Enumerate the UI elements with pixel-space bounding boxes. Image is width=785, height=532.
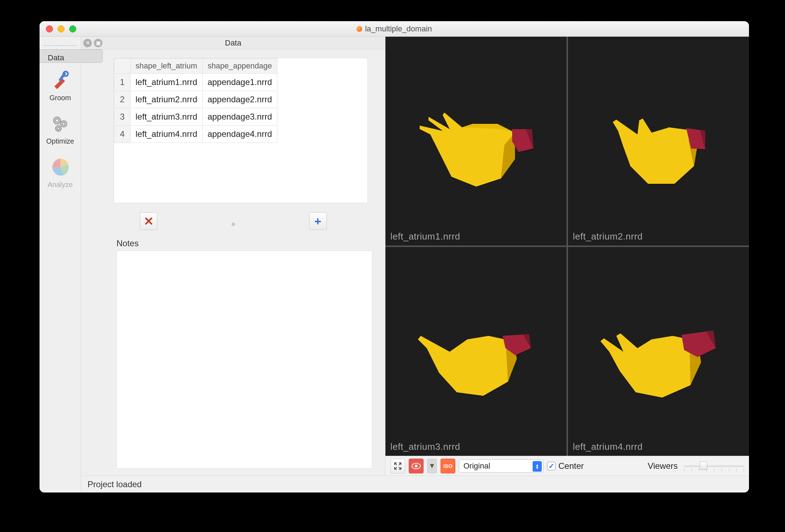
sidebar-item-label: Data (48, 53, 64, 62)
checkbox-box: ✓ (547, 462, 556, 470)
window-title: la_multiple_domain (365, 24, 432, 34)
viewport[interactable]: left_atrium4.nrrd (568, 247, 749, 456)
viewport-grid: A left_atrium (385, 37, 749, 456)
center-checkbox[interactable]: ✓ Center (547, 461, 584, 471)
table-row[interactable]: 3 left_atrium3.nrrd appendage3.nrrd (114, 108, 277, 126)
panel-title: Data (81, 38, 385, 48)
display-mode-select[interactable]: Original ▲▼ (459, 459, 544, 473)
cell[interactable]: appendage4.nrrd (202, 126, 277, 143)
viewers-label: Viewers (648, 461, 681, 471)
viewport-caption: left_atrium3.nrrd (390, 441, 460, 452)
viewport-caption: left_atrium2.nrrd (573, 231, 643, 242)
cell[interactable]: left_atrium4.nrrd (131, 126, 203, 143)
sidebar-item-groom[interactable]: Groom (43, 66, 78, 106)
cell[interactable]: appendage2.nrrd (202, 91, 277, 108)
cell[interactable]: appendage3.nrrd (202, 108, 277, 126)
row-index: 4 (114, 126, 131, 143)
viewport-caption: left_atrium1.nrrd (390, 231, 460, 242)
table-row[interactable]: 1 left_atrium1.nrrd appendage1.nrrd (114, 74, 277, 91)
visibility-dropdown-button[interactable]: ▼ (427, 459, 437, 473)
viewer-toolbar: ▼ ISO Original ▲▼ ✓ Center Viewers (385, 456, 749, 476)
fit-view-button[interactable] (390, 459, 405, 473)
sidebar-item-data[interactable]: Data (40, 49, 103, 63)
volume-render (411, 306, 541, 414)
slider-thumb[interactable] (700, 461, 707, 470)
visibility-button[interactable] (409, 459, 424, 473)
panel-header: ✕ ▣ Data (81, 37, 385, 49)
status-message: Project loaded (88, 479, 142, 489)
data-table: shape_left_atrium shape_appendage 1 left… (114, 58, 368, 203)
table-row[interactable]: 2 left_atrium2.nrrd appendage2.nrrd (114, 91, 277, 108)
viewport-caption: left_atrium4.nrrd (573, 441, 643, 452)
svg-point-4 (55, 119, 58, 122)
gears-icon (50, 113, 71, 134)
database-icon (46, 50, 67, 50)
drag-handle-icon[interactable] (232, 223, 235, 226)
row-index: 1 (114, 74, 131, 91)
eye-icon (412, 463, 421, 470)
data-panel: ✕ ▣ Data shape_left_atrium shape_appen (81, 37, 385, 476)
row-index: 2 (114, 91, 131, 108)
remove-button[interactable]: ✕ (140, 212, 157, 230)
cell[interactable]: left_atrium1.nrrd (131, 74, 203, 91)
table-row[interactable]: 4 left_atrium4.nrrd appendage4.nrrd (114, 126, 277, 143)
viewport[interactable]: left_atrium3.nrrd (385, 247, 567, 456)
iso-button[interactable]: ISO (441, 459, 455, 473)
volume-render (592, 306, 726, 414)
app-icon (356, 26, 362, 32)
sidebar-item-optimize[interactable]: Optimize (43, 109, 78, 150)
checkbox-label: Center (558, 461, 584, 471)
cell[interactable]: left_atrium2.nrrd (131, 91, 203, 108)
svg-point-8 (57, 127, 59, 129)
chevron-down-icon: ▼ (429, 462, 436, 470)
tool-sidebar: Data Groom Optimize (40, 37, 81, 492)
cell[interactable]: appendage1.nrrd (202, 74, 277, 91)
sidebar-grip (44, 43, 77, 46)
cell[interactable]: left_atrium3.nrrd (131, 108, 203, 126)
sidebar-item-label: Groom (49, 94, 71, 102)
viewers-slider[interactable] (684, 461, 744, 471)
pie-chart-icon (50, 157, 71, 178)
viewport[interactable]: left_atrium1.nrrd (385, 37, 567, 246)
notes-textarea[interactable] (116, 250, 372, 468)
app-window: la_multiple_domain Data (40, 21, 749, 492)
tools-icon (50, 70, 71, 91)
row-index: 3 (114, 108, 131, 126)
titlebar: la_multiple_domain (40, 21, 749, 37)
table-header[interactable]: shape_appendage (202, 59, 277, 74)
notes-label: Notes (116, 238, 385, 248)
chevron-updown-icon: ▲▼ (533, 461, 542, 472)
volume-render (599, 96, 719, 204)
volume-render (409, 96, 543, 204)
status-bar: Project loaded (81, 476, 749, 492)
select-value: Original (463, 461, 490, 471)
table-header-index (114, 59, 131, 74)
arrows-in-icon (394, 462, 402, 470)
table-header[interactable]: shape_left_atrium (131, 59, 203, 74)
sidebar-item-analyze[interactable]: Analyze (43, 152, 78, 193)
svg-point-10 (415, 465, 418, 467)
sidebar-item-label: Analyze (48, 181, 73, 189)
viewport[interactable]: left_atrium2.nrrd (568, 37, 749, 246)
add-button[interactable]: + (309, 212, 327, 230)
svg-point-6 (62, 123, 65, 125)
sidebar-item-label: Optimize (46, 137, 74, 145)
